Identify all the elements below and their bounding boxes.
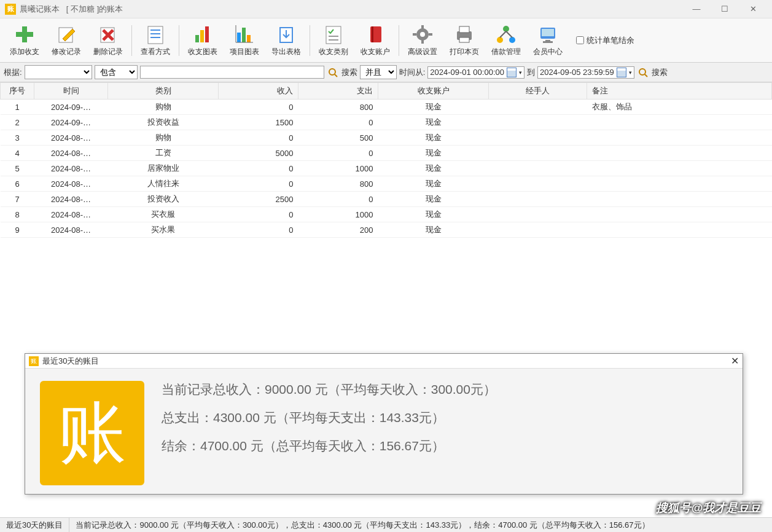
table-row[interactable]: 62024-08-…人情往来0800现金 — [1, 176, 772, 192]
cell-handler — [489, 130, 587, 146]
records-table: 序号 时间 类别 收入 支出 收支账户 经手人 备注 12024-09-…购物0… — [0, 82, 772, 238]
separator — [179, 25, 179, 56]
date-start-picker[interactable]: 2024-09-01 00:00:00 ▾ — [427, 66, 524, 79]
project-chart-button[interactable]: 项目图表 — [225, 21, 264, 60]
export-button[interactable]: 导出表格 — [267, 21, 306, 60]
summary-line-expense: 总支出：4300.00 元（平均每天支出：143.33元） — [162, 409, 496, 426]
account-button[interactable]: 收支账户 — [356, 21, 395, 60]
edit-icon — [54, 23, 79, 45]
logic-select[interactable]: 并且 — [360, 65, 397, 79]
svg-rect-33 — [542, 29, 554, 36]
cell-handler — [489, 115, 587, 130]
search-icon-2[interactable] — [637, 66, 649, 79]
loan-button[interactable]: 借款管理 — [486, 21, 526, 60]
table-row[interactable]: 72024-08-…投资收入25000现金 — [1, 192, 772, 207]
basis-select[interactable] — [25, 65, 92, 79]
network-icon — [494, 23, 518, 45]
col-category[interactable]: 类别 — [108, 83, 219, 100]
col-account[interactable]: 收支账户 — [378, 83, 489, 100]
table-row[interactable]: 52024-08-…居家物业01000现金 — [1, 161, 772, 176]
close-button[interactable]: ✕ — [739, 0, 767, 18]
add-record-button[interactable]: 添加收支 — [5, 21, 44, 60]
svg-rect-12 — [242, 28, 246, 42]
col-time[interactable]: 时间 — [34, 83, 108, 100]
summary-dialog: 账 最近30天的账目 ✕ 账 当前记录总收入：9000.00 元（平均每天收入：… — [25, 353, 743, 495]
table-header-row: 序号 时间 类别 收入 支出 收支账户 经手人 备注 — [1, 83, 772, 100]
settings-button[interactable]: 高级设置 — [403, 21, 442, 60]
cell-expense: 1000 — [298, 207, 378, 222]
cell-handler — [489, 222, 587, 238]
cell-account: 现金 — [378, 161, 489, 176]
maximize-button[interactable]: ☐ — [711, 0, 739, 18]
cell-expense: 0 — [298, 192, 378, 207]
cell-index: 4 — [1, 146, 34, 161]
view-mode-button[interactable]: 查看方式 — [136, 21, 175, 60]
watermark: 搜狐号@我才是豆豆 — [656, 500, 761, 516]
print-button[interactable]: 打印本页 — [445, 21, 484, 60]
calendar-icon — [617, 68, 626, 77]
category-button[interactable]: 收支类别 — [314, 21, 353, 60]
cell-income: 2500 — [219, 192, 298, 207]
table-row[interactable]: 12024-09-…购物0800现金衣服、饰品 — [1, 100, 772, 115]
cell-time: 2024-09-… — [34, 100, 108, 115]
edit-record-button[interactable]: 修改记录 — [47, 21, 86, 60]
col-expense[interactable]: 支出 — [298, 83, 378, 100]
cell-account: 现金 — [378, 176, 489, 192]
monitor-icon — [536, 23, 560, 45]
title-bar: 账 晨曦记账本 [ 不加糖 ]的账本 ― ☐ ✕ — [0, 0, 772, 18]
delete-record-button[interactable]: 删除记录 — [88, 21, 128, 60]
svg-rect-15 — [326, 26, 341, 44]
member-button[interactable]: 会员中心 — [528, 21, 567, 60]
separator — [399, 25, 399, 56]
cell-account: 现金 — [378, 222, 489, 238]
cell-account: 现金 — [378, 207, 489, 222]
col-note[interactable]: 备注 — [587, 83, 772, 100]
table-row[interactable]: 32024-08-…购物0500现金 — [1, 130, 772, 146]
cell-index: 8 — [1, 207, 34, 222]
table-row[interactable]: 42024-08-…工资50000现金 — [1, 146, 772, 161]
date-end-picker[interactable]: 2024-09-05 23:59:59 ▾ — [537, 66, 634, 79]
cell-note — [587, 161, 772, 176]
cell-income: 0 — [219, 176, 298, 192]
single-balance-checkbox[interactable]: 统计单笔结余 — [576, 35, 634, 46]
svg-rect-10 — [205, 26, 209, 42]
cell-category: 购物 — [108, 100, 219, 115]
cell-handler — [489, 192, 587, 207]
minimize-button[interactable]: ― — [682, 0, 711, 18]
col-income[interactable]: 收入 — [219, 83, 298, 100]
col-handler[interactable]: 经手人 — [489, 83, 587, 100]
col-index[interactable]: 序号 — [1, 83, 34, 100]
cell-expense: 800 — [298, 176, 378, 192]
cell-note — [587, 176, 772, 192]
cell-income: 0 — [219, 222, 298, 238]
svg-rect-23 — [421, 40, 424, 44]
cell-time: 2024-08-… — [34, 130, 108, 146]
list-check-icon — [321, 23, 346, 45]
cell-category: 投资收入 — [108, 192, 219, 207]
cell-time: 2024-08-… — [34, 176, 108, 192]
svg-rect-19 — [372, 26, 373, 42]
table-row[interactable]: 82024-08-…买衣服01000现金 — [1, 207, 772, 222]
table-row[interactable]: 22024-09-…投资收益15000现金 — [1, 115, 772, 130]
operator-select[interactable]: 包含 — [95, 65, 138, 79]
close-icon[interactable]: ✕ — [731, 355, 739, 367]
single-balance-check-input[interactable] — [576, 36, 584, 44]
table-row[interactable]: 92024-08-…买水果0200现金 — [1, 222, 772, 238]
cell-income: 1500 — [219, 115, 298, 130]
keyword-input[interactable] — [140, 66, 324, 79]
export-icon — [274, 23, 298, 45]
svg-rect-9 — [200, 30, 204, 42]
cell-category: 工资 — [108, 146, 219, 161]
search-label: 搜索 — [341, 67, 357, 78]
cell-time: 2024-08-… — [34, 222, 108, 238]
income-chart-button[interactable]: 收支图表 — [183, 21, 222, 60]
to-label: 到 — [527, 67, 535, 78]
basis-label: 根据: — [4, 67, 22, 78]
cell-account: 现金 — [378, 130, 489, 146]
search-icon[interactable] — [327, 66, 339, 79]
cell-expense: 200 — [298, 222, 378, 238]
status-bar: 最近30天的账目 当前记录总收入：9000.00 元（平均每天收入：300.00… — [0, 517, 772, 532]
cell-index: 6 — [1, 176, 34, 192]
svg-rect-4 — [148, 26, 163, 44]
svg-rect-24 — [413, 33, 416, 36]
